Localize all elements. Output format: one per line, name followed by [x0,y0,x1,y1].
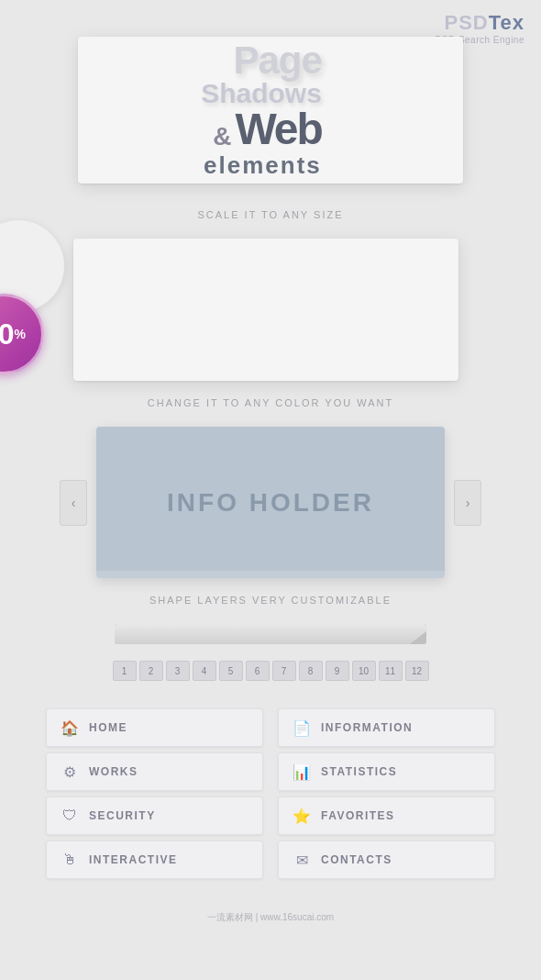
scale-label: SCALE IT TO ANY SIZE [0,202,541,229]
nav-icon-home: 🏠 [60,718,80,738]
nav-icon-contacts: ✉ [292,850,312,870]
nav-item-information[interactable]: 📄 INFORMATION [278,708,495,747]
nav-icon-statistics: 📊 [292,762,312,782]
slider-prev-button[interactable]: ‹ [60,480,87,526]
brand-name: PSDTex [436,11,524,35]
nav-label-favorites: FAVORITES [321,809,395,822]
nav-icon-interactive: 🖱 [60,850,80,870]
color-label: CHANGE IT TO ANY COLOR YOU WANT [0,390,541,418]
pagination: 123456789101112 [113,661,429,681]
page-button[interactable]: 1 [113,661,137,681]
nav-label-statistics: STATISTICS [321,765,397,778]
badge-percent: % [15,327,26,341]
page-button[interactable]: 9 [326,661,349,681]
nav-icon-security: 🛡 [60,806,80,826]
bottom-watermark: 一流素材网 | www.16sucai.com [0,907,541,938]
progress-bar-track [115,624,426,644]
nav-item-interactive[interactable]: 🖱 INTERACTIVE [46,841,263,879]
nav-icon-favorites: ⭐ [292,806,312,826]
nav-label-works: WORKS [89,765,138,778]
badge-card [73,239,458,381]
page-button[interactable]: 6 [246,661,270,681]
nav-label-security: SECURITY [89,809,156,822]
page-button[interactable]: 3 [166,661,190,681]
pagination-section: 123456789101112 [0,653,541,690]
nav-item-security[interactable]: 🛡 SECURITY [46,796,263,835]
nav-item-favorites[interactable]: ⭐ FAVORITES [278,796,495,835]
nav-label-contacts: CONTACTS [321,853,392,866]
hero-web-text: Web [235,107,321,151]
hero-page-text: Page [201,41,322,80]
progress-bar-container [115,624,426,644]
nav-icon-information: 📄 [292,718,312,738]
page-button[interactable]: 4 [193,661,216,681]
nav-label-interactive: INTERACTIVE [89,853,178,866]
progress-bar-fill [115,624,426,644]
shape-label: SHAPE LAYERS VERY CUSTOMIZABLE [0,587,541,615]
hero-shadows-text: Shadows [201,80,322,107]
page-button[interactable]: 12 [405,661,429,681]
slider-section: ‹ INFO HOLDER › [0,418,541,587]
badge-number: 20 [0,319,15,349]
badge-value: 20 % [0,319,26,349]
nav-icon-works: ⚙ [60,762,80,782]
brand-psd: PSD [444,11,488,34]
progress-section [0,615,541,653]
info-holder-text: INFO HOLDER [167,488,374,518]
page-button[interactable]: 11 [379,661,403,681]
page-button[interactable]: 10 [352,661,376,681]
slider-next-button[interactable]: › [454,480,481,526]
hero-and-text: & [213,122,231,151]
page-button[interactable]: 5 [219,661,243,681]
nav-label-home: HOME [89,721,127,734]
hero-text: Page Shadows & Web elements [201,41,340,180]
hero-elements-text: elements [201,151,322,180]
nav-item-contacts[interactable]: ✉ CONTACTS [278,841,495,879]
badge-section: 20 % [0,229,541,390]
page-button[interactable]: 8 [299,661,323,681]
nav-item-home[interactable]: 🏠 HOME [46,708,263,747]
page-button[interactable]: 2 [139,661,163,681]
nav-section: 🏠 HOME 📄 INFORMATION ⚙ WORKS 📊 STATISTIC… [0,690,541,907]
hero-web-row: & Web [201,107,322,151]
nav-item-statistics[interactable]: 📊 STATISTICS [278,752,495,791]
info-card: INFO HOLDER [96,427,445,578]
nav-item-works[interactable]: ⚙ WORKS [46,752,263,791]
nav-grid: 🏠 HOME 📄 INFORMATION ⚙ WORKS 📊 STATISTIC… [46,708,495,879]
page-button[interactable]: 7 [272,661,296,681]
nav-label-information: INFORMATION [321,721,413,734]
brand-tex: Tex [489,11,524,34]
hero-card: Page Shadows & Web elements [78,37,463,184]
